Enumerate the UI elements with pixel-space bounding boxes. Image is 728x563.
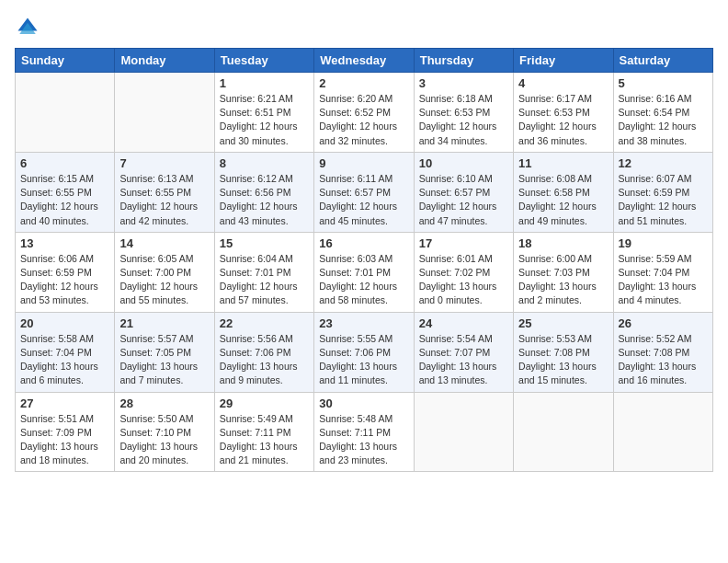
day-info: Sunrise: 6:20 AMSunset: 6:52 PMDaylight:…: [319, 92, 408, 148]
day-number: 5: [619, 76, 708, 90]
weekday-header: Monday: [115, 49, 214, 73]
calendar-cell: 25Sunrise: 5:53 AMSunset: 7:08 PMDayligh…: [514, 312, 613, 392]
calendar-cell: [16, 73, 115, 153]
day-number: 28: [119, 396, 209, 410]
calendar-cell: [115, 73, 214, 153]
calendar-cell: 8Sunrise: 6:12 AMSunset: 6:56 PMDaylight…: [214, 152, 313, 232]
day-number: 10: [419, 156, 508, 170]
calendar-cell: 12Sunrise: 6:07 AMSunset: 6:59 PMDayligh…: [613, 152, 712, 232]
day-number: 13: [20, 236, 109, 250]
day-number: 21: [119, 316, 209, 330]
calendar-week-row: 6Sunrise: 6:15 AMSunset: 6:55 PMDaylight…: [16, 152, 713, 232]
day-info: Sunrise: 6:21 AMSunset: 6:51 PMDaylight:…: [220, 92, 309, 148]
calendar-week-row: 13Sunrise: 6:06 AMSunset: 6:59 PMDayligh…: [16, 232, 713, 312]
day-info: Sunrise: 6:15 AMSunset: 6:55 PMDaylight:…: [20, 172, 109, 228]
weekday-header: Saturday: [613, 49, 712, 73]
day-number: 27: [20, 396, 109, 410]
day-info: Sunrise: 6:06 AMSunset: 6:59 PMDaylight:…: [20, 252, 109, 308]
day-info: Sunrise: 6:08 AMSunset: 6:58 PMDaylight:…: [518, 172, 608, 228]
calendar-cell: 1Sunrise: 6:21 AMSunset: 6:51 PMDaylight…: [214, 73, 313, 153]
weekday-header: Friday: [514, 49, 613, 73]
day-info: Sunrise: 5:55 AMSunset: 7:06 PMDaylight:…: [319, 332, 408, 388]
calendar-cell: 9Sunrise: 6:11 AMSunset: 6:57 PMDaylight…: [314, 152, 414, 232]
day-number: 15: [220, 236, 309, 250]
day-number: 26: [619, 316, 708, 330]
day-number: 14: [119, 236, 209, 250]
day-number: 29: [220, 396, 309, 410]
calendar-cell: 4Sunrise: 6:17 AMSunset: 6:53 PMDaylight…: [514, 73, 613, 153]
calendar-cell: 20Sunrise: 5:58 AMSunset: 7:04 PMDayligh…: [16, 312, 115, 392]
day-info: Sunrise: 5:57 AMSunset: 7:05 PMDaylight:…: [119, 332, 209, 388]
calendar-cell: 23Sunrise: 5:55 AMSunset: 7:06 PMDayligh…: [314, 312, 414, 392]
day-number: 17: [419, 236, 508, 250]
day-number: 1: [220, 76, 309, 90]
calendar-body: 1Sunrise: 6:21 AMSunset: 6:51 PMDaylight…: [16, 73, 713, 472]
day-number: 19: [619, 236, 708, 250]
calendar-header-row: SundayMondayTuesdayWednesdayThursdayFrid…: [16, 49, 713, 73]
calendar-cell: 16Sunrise: 6:03 AMSunset: 7:01 PMDayligh…: [314, 232, 414, 312]
calendar-cell: 19Sunrise: 5:59 AMSunset: 7:04 PMDayligh…: [613, 232, 712, 312]
calendar-cell: 24Sunrise: 5:54 AMSunset: 7:07 PMDayligh…: [414, 312, 513, 392]
day-number: 9: [319, 156, 408, 170]
day-number: 16: [319, 236, 408, 250]
day-info: Sunrise: 6:11 AMSunset: 6:57 PMDaylight:…: [319, 172, 408, 228]
weekday-header: Wednesday: [314, 49, 414, 73]
weekday-header: Thursday: [414, 49, 513, 73]
logo: [15, 15, 44, 40]
day-info: Sunrise: 5:58 AMSunset: 7:04 PMDaylight:…: [20, 332, 109, 388]
weekday-header: Sunday: [16, 49, 115, 73]
day-number: 22: [220, 316, 309, 330]
day-number: 20: [20, 316, 109, 330]
calendar-cell: [414, 392, 513, 472]
day-info: Sunrise: 5:52 AMSunset: 7:08 PMDaylight:…: [619, 332, 708, 388]
calendar-cell: 6Sunrise: 6:15 AMSunset: 6:55 PMDaylight…: [16, 152, 115, 232]
calendar-cell: 29Sunrise: 5:49 AMSunset: 7:11 PMDayligh…: [214, 392, 313, 472]
day-number: 6: [20, 156, 109, 170]
calendar-cell: 26Sunrise: 5:52 AMSunset: 7:08 PMDayligh…: [613, 312, 712, 392]
calendar-week-row: 27Sunrise: 5:51 AMSunset: 7:09 PMDayligh…: [16, 392, 713, 472]
calendar-cell: 7Sunrise: 6:13 AMSunset: 6:55 PMDaylight…: [115, 152, 214, 232]
day-info: Sunrise: 5:50 AMSunset: 7:10 PMDaylight:…: [119, 412, 209, 468]
day-info: Sunrise: 5:59 AMSunset: 7:04 PMDaylight:…: [619, 252, 708, 308]
calendar-cell: 27Sunrise: 5:51 AMSunset: 7:09 PMDayligh…: [16, 392, 115, 472]
calendar-cell: 10Sunrise: 6:10 AMSunset: 6:57 PMDayligh…: [414, 152, 513, 232]
calendar-cell: 17Sunrise: 6:01 AMSunset: 7:02 PMDayligh…: [414, 232, 513, 312]
calendar-cell: 11Sunrise: 6:08 AMSunset: 6:58 PMDayligh…: [514, 152, 613, 232]
calendar-week-row: 20Sunrise: 5:58 AMSunset: 7:04 PMDayligh…: [16, 312, 713, 392]
calendar-cell: 28Sunrise: 5:50 AMSunset: 7:10 PMDayligh…: [115, 392, 214, 472]
calendar-cell: [514, 392, 613, 472]
day-number: 24: [419, 316, 508, 330]
day-info: Sunrise: 5:49 AMSunset: 7:11 PMDaylight:…: [220, 412, 309, 468]
calendar-cell: 30Sunrise: 5:48 AMSunset: 7:11 PMDayligh…: [314, 392, 414, 472]
calendar-cell: 3Sunrise: 6:18 AMSunset: 6:53 PMDaylight…: [414, 73, 513, 153]
calendar: SundayMondayTuesdayWednesdayThursdayFrid…: [15, 48, 713, 472]
day-info: Sunrise: 5:51 AMSunset: 7:09 PMDaylight:…: [20, 412, 109, 468]
day-info: Sunrise: 6:10 AMSunset: 6:57 PMDaylight:…: [419, 172, 508, 228]
logo-icon: [15, 15, 40, 40]
day-number: 25: [518, 316, 608, 330]
day-info: Sunrise: 5:54 AMSunset: 7:07 PMDaylight:…: [419, 332, 508, 388]
day-number: 30: [319, 396, 408, 410]
day-number: 12: [619, 156, 708, 170]
calendar-cell: 22Sunrise: 5:56 AMSunset: 7:06 PMDayligh…: [214, 312, 313, 392]
day-number: 8: [220, 156, 309, 170]
calendar-cell: 2Sunrise: 6:20 AMSunset: 6:52 PMDaylight…: [314, 73, 414, 153]
calendar-cell: 13Sunrise: 6:06 AMSunset: 6:59 PMDayligh…: [16, 232, 115, 312]
calendar-week-row: 1Sunrise: 6:21 AMSunset: 6:51 PMDaylight…: [16, 73, 713, 153]
day-info: Sunrise: 5:56 AMSunset: 7:06 PMDaylight:…: [220, 332, 309, 388]
day-info: Sunrise: 6:04 AMSunset: 7:01 PMDaylight:…: [220, 252, 309, 308]
day-number: 11: [518, 156, 608, 170]
day-info: Sunrise: 6:01 AMSunset: 7:02 PMDaylight:…: [419, 252, 508, 308]
day-info: Sunrise: 5:48 AMSunset: 7:11 PMDaylight:…: [319, 412, 408, 468]
day-number: 23: [319, 316, 408, 330]
day-info: Sunrise: 6:17 AMSunset: 6:53 PMDaylight:…: [518, 92, 608, 148]
day-number: 3: [419, 76, 508, 90]
day-info: Sunrise: 5:53 AMSunset: 7:08 PMDaylight:…: [518, 332, 608, 388]
day-number: 18: [518, 236, 608, 250]
day-info: Sunrise: 6:00 AMSunset: 7:03 PMDaylight:…: [518, 252, 608, 308]
calendar-cell: 15Sunrise: 6:04 AMSunset: 7:01 PMDayligh…: [214, 232, 313, 312]
calendar-cell: 18Sunrise: 6:00 AMSunset: 7:03 PMDayligh…: [514, 232, 613, 312]
calendar-cell: 5Sunrise: 6:16 AMSunset: 6:54 PMDaylight…: [613, 73, 712, 153]
day-info: Sunrise: 6:12 AMSunset: 6:56 PMDaylight:…: [220, 172, 309, 228]
weekday-header: Tuesday: [214, 49, 313, 73]
